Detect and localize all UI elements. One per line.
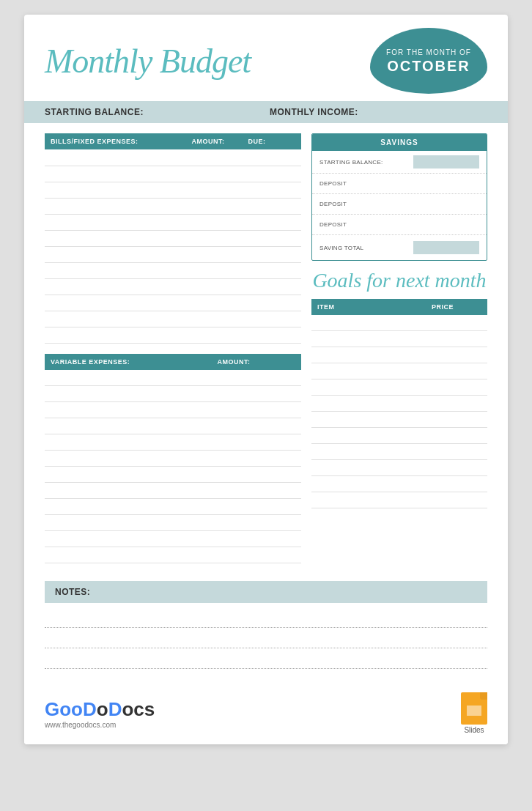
header: Monthly Budget FOR THE MONTH OF OCTOBER xyxy=(24,15,508,101)
starting-balance-label: STARTING BALANCE: xyxy=(45,107,262,117)
savings-row: DEPOSIT xyxy=(312,174,487,194)
goals-col2-header: PRICE xyxy=(426,299,487,315)
goals-row xyxy=(311,347,487,363)
var-row xyxy=(45,483,301,499)
notes-header: NOTES: xyxy=(45,581,487,603)
left-column: BILLS/FIXED EXPENSES: AMOUNT: DUE: VARIA… xyxy=(45,133,301,574)
goals-row xyxy=(311,396,487,412)
goals-title: Goals for next month xyxy=(311,268,487,293)
bills-row xyxy=(45,278,301,295)
page-wrapper: Monthly Budget FOR THE MONTH OF OCTOBER … xyxy=(24,15,508,744)
savings-row: STARTING BALANCE: xyxy=(312,151,487,174)
savings-row-label: DEPOSIT xyxy=(319,221,479,228)
var-row xyxy=(45,370,301,386)
badge-line1: FOR THE MONTH OF xyxy=(386,48,471,58)
slides-icon-inner xyxy=(467,706,481,716)
logo-o: o xyxy=(97,698,108,720)
var-row xyxy=(45,515,301,531)
goals-row xyxy=(311,379,487,396)
var-col1-header: VARIABLE EXPENSES: xyxy=(45,354,212,370)
goals-row xyxy=(311,331,487,347)
goals-col1-header: ITEM xyxy=(311,299,426,315)
logo: GooDoDocs xyxy=(45,698,155,721)
footer: GooDoDocs www.thegoodocs.com Slides xyxy=(24,682,508,744)
goals-row xyxy=(311,476,487,492)
goals-row xyxy=(311,363,487,379)
monthly-income-label: MONTHLY INCOME: xyxy=(262,107,487,117)
var-row xyxy=(45,547,301,563)
balance-row: STARTING BALANCE: MONTHLY INCOME: xyxy=(24,101,508,123)
savings-title: SAVINGS xyxy=(312,134,487,151)
bills-row xyxy=(45,327,301,343)
var-row xyxy=(45,451,301,467)
bills-col3-header: DUE: xyxy=(243,133,302,149)
logo-goo: Goo xyxy=(45,698,83,720)
logo-cs: ocs xyxy=(122,698,155,720)
goals-row xyxy=(311,428,487,444)
page-title: Monthly Budget xyxy=(45,42,251,81)
notes-line xyxy=(45,651,487,669)
notes-section: NOTES: xyxy=(24,581,508,682)
slides-icon xyxy=(461,692,487,725)
var-col2-header: AMOUNT: xyxy=(212,354,302,370)
bills-row xyxy=(45,230,301,246)
savings-row-label: STARTING BALANCE: xyxy=(319,159,413,166)
savings-row: DEPOSIT xyxy=(312,215,487,235)
slides-label: Slides xyxy=(464,726,484,734)
savings-input-field[interactable] xyxy=(413,241,479,254)
var-row xyxy=(45,418,301,434)
footer-url: www.thegoodocs.com xyxy=(45,721,155,729)
main-content: BILLS/FIXED EXPENSES: AMOUNT: DUE: VARIA… xyxy=(24,123,508,574)
goals-row xyxy=(311,412,487,428)
savings-row: DEPOSIT xyxy=(312,194,487,215)
slides-badge: Slides xyxy=(461,692,487,734)
bills-row xyxy=(45,246,301,262)
bills-row xyxy=(45,182,301,198)
savings-row-label: DEPOSIT xyxy=(319,180,479,187)
savings-input-field[interactable] xyxy=(413,155,479,169)
savings-row-label: DEPOSIT xyxy=(319,201,479,207)
goals-row xyxy=(311,460,487,476)
badge-month: OCTOBER xyxy=(387,58,470,75)
goals-row xyxy=(311,315,487,331)
bills-row xyxy=(45,214,301,230)
savings-box: SAVINGS STARTING BALANCE:DEPOSITDEPOSITD… xyxy=(311,133,487,261)
bills-col1-header: BILLS/FIXED EXPENSES: xyxy=(45,133,186,149)
logo-d1: D xyxy=(83,698,97,720)
logo-d2: D xyxy=(108,698,122,720)
month-badge: FOR THE MONTH OF OCTOBER xyxy=(370,28,487,94)
bills-row xyxy=(45,149,301,166)
bills-row xyxy=(45,295,301,311)
footer-left: GooDoDocs www.thegoodocs.com xyxy=(45,698,155,729)
var-row xyxy=(45,434,301,451)
notes-line xyxy=(45,610,487,628)
var-row xyxy=(45,499,301,515)
right-column: SAVINGS STARTING BALANCE:DEPOSITDEPOSITD… xyxy=(311,133,487,574)
bills-row xyxy=(45,311,301,327)
goals-row xyxy=(311,492,487,508)
bills-col2-header: AMOUNT: xyxy=(186,133,243,149)
savings-row-label: SAVING TOTAL xyxy=(319,245,413,251)
var-row xyxy=(45,386,301,402)
var-row xyxy=(45,402,301,418)
variable-table: VARIABLE EXPENSES: AMOUNT: xyxy=(45,354,301,564)
savings-row: SAVING TOTAL xyxy=(312,235,487,260)
goals-row xyxy=(311,444,487,460)
notes-line xyxy=(45,631,487,648)
var-row xyxy=(45,531,301,547)
bills-row xyxy=(45,198,301,214)
var-row xyxy=(45,467,301,483)
bills-row xyxy=(45,166,301,182)
goals-table: ITEM PRICE xyxy=(311,299,487,509)
bills-table: BILLS/FIXED EXPENSES: AMOUNT: DUE: xyxy=(45,133,301,344)
bills-row xyxy=(45,262,301,278)
